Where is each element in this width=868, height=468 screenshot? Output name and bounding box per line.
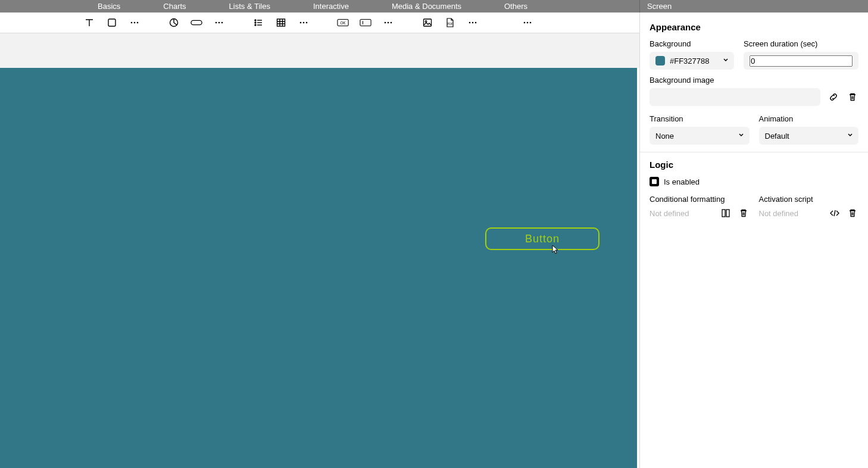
canvas-button-element[interactable]: Button (485, 227, 600, 250)
svg-rect-12 (277, 19, 285, 26)
duration-field[interactable] (744, 52, 858, 70)
transition-field[interactable]: None (650, 127, 750, 145)
more-media-icon[interactable] (467, 17, 479, 29)
svg-point-26 (472, 22, 474, 24)
svg-point-10 (255, 22, 256, 23)
svg-point-15 (306, 22, 308, 24)
properties-panel: Appearance Background #FF327788 Screen d… (639, 13, 868, 468)
svg-text:PDF: PDF (448, 23, 453, 26)
tool-group-lists (252, 17, 310, 29)
svg-point-6 (216, 22, 217, 24)
section-logic-title: Logic (650, 160, 858, 170)
svg-text:OK: OK (340, 21, 346, 25)
code-icon[interactable] (829, 207, 841, 219)
panel-tab-bar: Screen (639, 0, 868, 13)
design-canvas[interactable]: Button (0, 68, 637, 468)
edit-formatting-icon[interactable] (720, 207, 732, 219)
chevron-down-icon (847, 132, 854, 141)
svg-rect-22 (424, 19, 432, 26)
svg-rect-18 (360, 20, 371, 26)
menu-charts[interactable]: Charts (163, 2, 186, 11)
svg-point-20 (388, 22, 389, 24)
canvas-button-label: Button (525, 233, 560, 245)
shape-tool-icon[interactable] (106, 17, 118, 29)
tool-group-charts (168, 17, 225, 29)
tool-group-others (522, 17, 533, 29)
trash-icon[interactable] (847, 91, 858, 103)
animation-field[interactable]: Default (759, 127, 859, 145)
panel-divider (640, 152, 868, 152)
input-field-icon[interactable] (360, 17, 371, 29)
canvas-header-strip (0, 33, 639, 68)
svg-point-28 (524, 22, 526, 24)
conditional-formatting-label: Conditional formatting (650, 195, 750, 204)
more-basics-icon[interactable] (129, 17, 140, 29)
svg-point-27 (475, 22, 477, 24)
menu-media-documents[interactable]: Media & Documents (392, 2, 461, 11)
svg-point-2 (134, 22, 136, 24)
menu-lists-tiles[interactable]: Lists & Tiles (229, 2, 270, 11)
menu-interactive[interactable]: Interactive (313, 2, 349, 11)
chevron-down-icon (738, 132, 745, 141)
transition-label: Transition (650, 114, 750, 123)
animation-label: Animation (759, 114, 859, 123)
duration-label: Screen duration (sec) (744, 39, 858, 48)
pie-chart-icon[interactable] (168, 17, 180, 29)
section-appearance-title: Appearance (650, 22, 858, 32)
tool-group-interactive: OK (337, 17, 394, 29)
svg-point-13 (300, 22, 302, 24)
svg-rect-0 (108, 19, 115, 26)
svg-point-11 (255, 24, 256, 26)
ok-button-icon[interactable]: OK (337, 17, 349, 29)
svg-point-7 (218, 22, 220, 24)
more-interactive-icon[interactable] (382, 17, 394, 29)
svg-point-29 (527, 22, 529, 24)
pill-button-icon[interactable] (191, 17, 202, 29)
pdf-icon[interactable]: PDF (444, 17, 456, 29)
trash-icon[interactable] (847, 207, 858, 219)
table-icon[interactable] (275, 17, 287, 29)
transition-value: None (655, 132, 674, 141)
link-icon[interactable] (828, 91, 839, 103)
menu-basics[interactable]: Basics (98, 2, 120, 11)
svg-point-25 (469, 22, 471, 24)
text-tool-icon[interactable] (83, 17, 95, 29)
more-lists-icon[interactable] (298, 17, 310, 29)
background-label: Background (650, 39, 734, 48)
panel-tab-screen[interactable]: Screen (647, 2, 672, 11)
is-enabled-label: Is enabled (664, 177, 700, 186)
background-color-field[interactable]: #FF327788 (650, 52, 734, 70)
bgimage-field[interactable] (650, 88, 820, 106)
chevron-down-icon (722, 57, 729, 65)
background-color-swatch (655, 56, 665, 65)
bgimage-label: Background image (650, 76, 858, 85)
activation-script-value: Not defined (759, 209, 823, 218)
svg-point-19 (385, 22, 386, 24)
svg-rect-31 (722, 210, 725, 217)
svg-point-21 (391, 22, 392, 24)
list-icon[interactable] (252, 17, 264, 29)
activation-script-label: Activation script (759, 195, 859, 204)
svg-rect-5 (191, 20, 202, 24)
more-charts-icon[interactable] (213, 17, 225, 29)
svg-point-1 (131, 22, 133, 24)
svg-point-8 (221, 22, 223, 24)
toolbar: OK PDF (0, 13, 639, 33)
animation-value: Default (765, 132, 789, 141)
svg-point-14 (303, 22, 305, 24)
trash-icon[interactable] (738, 207, 750, 219)
background-color-value: #FF327788 (670, 57, 710, 65)
svg-rect-32 (726, 210, 729, 217)
duration-input[interactable] (750, 55, 853, 67)
tool-group-media: PDF (421, 17, 479, 29)
image-icon[interactable] (421, 17, 433, 29)
svg-point-3 (137, 22, 139, 24)
conditional-formatting-value: Not defined (650, 209, 714, 218)
svg-point-23 (425, 21, 427, 23)
is-enabled-checkbox[interactable] (650, 177, 659, 186)
menu-others[interactable]: Others (504, 2, 527, 11)
svg-point-9 (255, 20, 256, 21)
svg-point-30 (530, 22, 532, 24)
tool-group-basics (83, 17, 140, 29)
more-others-icon[interactable] (522, 17, 533, 29)
